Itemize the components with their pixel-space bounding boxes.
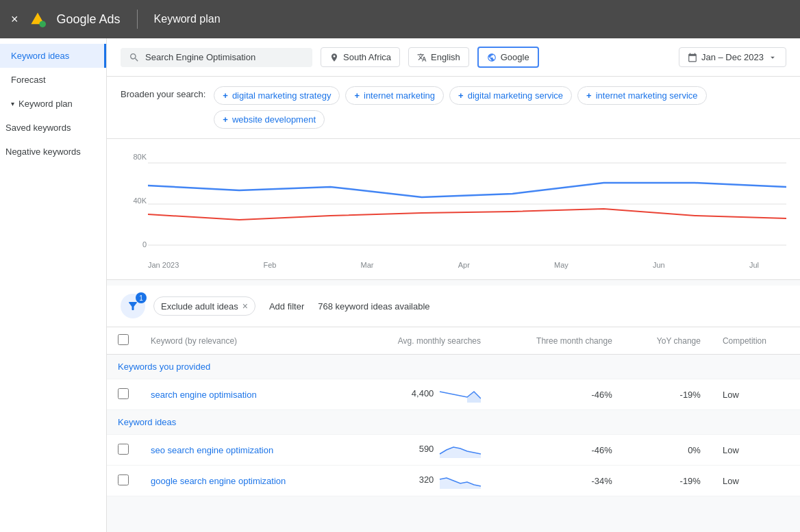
plus-icon: +: [223, 114, 228, 125]
table-header-row: Keyword (by relevance) Avg. monthly sear…: [107, 327, 800, 355]
keyword-link[interactable]: google search engine optimization: [151, 476, 286, 486]
x-label-jul: Jul: [749, 261, 759, 269]
page-title: Keyword plan: [154, 13, 221, 25]
broaden-chip-2[interactable]: + digital marketing service: [449, 86, 572, 105]
broaden-chip-0[interactable]: + digital marketing strategy: [214, 86, 340, 105]
search-input[interactable]: [145, 52, 296, 62]
yoy-column-header[interactable]: YoY change: [623, 327, 712, 355]
y-label-40k: 40K: [121, 197, 147, 205]
sidebar-item-forecast[interactable]: Forecast: [0, 68, 106, 92]
plus-icon: +: [354, 90, 360, 101]
three-month-cell: -34%: [492, 466, 623, 496]
broaden-chip-4[interactable]: + website development: [214, 110, 325, 129]
chevron-down-icon: ▾: [11, 100, 14, 107]
keyword-column-header[interactable]: Keyword (by relevance): [140, 327, 351, 355]
x-label-may: May: [554, 261, 568, 269]
x-label-mar: Mar: [361, 261, 374, 269]
sidebar-item-label: Keyword plan: [18, 99, 73, 109]
sidebar-item-negative-keywords[interactable]: Negative keywords: [0, 140, 106, 164]
keyword-link[interactable]: search engine optimisation: [151, 390, 257, 400]
location-label: South Africa: [343, 52, 391, 62]
broaden-chip-1[interactable]: + internet marketing: [345, 86, 444, 105]
app-header: × Google Ads Keyword plan: [0, 0, 800, 38]
add-filter-button[interactable]: Add filter: [264, 298, 310, 315]
avg-monthly-cell: 320: [351, 466, 492, 496]
section-header-provided: Keywords you provided: [107, 355, 800, 379]
keyword-cell: seo search engine optimization: [140, 435, 351, 466]
sidebar: Keyword ideas Forecast ▾ Keyword plan Sa…: [0, 38, 107, 532]
select-all-header[interactable]: [107, 327, 140, 355]
plus-icon: +: [586, 90, 592, 101]
row-checkbox-cell[interactable]: [107, 466, 140, 496]
x-label-apr: Apr: [458, 261, 470, 269]
sidebar-item-saved-keywords[interactable]: Saved keywords: [0, 116, 106, 140]
competition-column-header[interactable]: Competition: [712, 327, 800, 355]
section-header-ideas: Keyword ideas: [107, 410, 800, 435]
header-divider: [137, 10, 138, 29]
broaden-chips: + digital marketing strategy + internet …: [214, 86, 786, 129]
table-area: 1 Exclude adult ideas × Add filter 768 k…: [107, 286, 800, 496]
search-box: [121, 48, 312, 67]
location-filter[interactable]: South Africa: [321, 47, 400, 67]
main-content: South Africa English Google Jan – Dec 20…: [107, 38, 800, 532]
plus-icon: +: [458, 90, 464, 101]
location-icon: [329, 53, 339, 62]
language-label: English: [431, 52, 460, 62]
section-label: Keywords you provided: [107, 355, 800, 379]
trend-chart: [148, 153, 786, 259]
network-label: Google: [501, 52, 529, 62]
chip-label: digital marketing service: [468, 90, 563, 101]
competition-cell: Low: [712, 466, 800, 496]
network-filter[interactable]: Google: [477, 47, 539, 68]
broaden-chip-3[interactable]: + internet marketing service: [577, 86, 706, 105]
competition-cell: Low: [712, 435, 800, 466]
x-label-jun: Jun: [653, 261, 665, 269]
row-checkbox-cell[interactable]: [107, 379, 140, 410]
chip-label: internet marketing service: [596, 90, 698, 101]
row-checkbox[interactable]: [118, 474, 129, 485]
table-row: search engine optimisation 4,400 -46% -1…: [107, 379, 800, 410]
sidebar-item-label: Keyword ideas: [11, 51, 69, 61]
sparkline-chart: [436, 386, 481, 403]
x-label-feb: Feb: [263, 261, 276, 269]
search-icon: [129, 52, 140, 63]
row-checkbox[interactable]: [118, 444, 129, 455]
table-toolbar: 1 Exclude adult ideas × Add filter 768 k…: [107, 286, 800, 327]
select-all-checkbox[interactable]: [118, 334, 129, 345]
remove-filter-button[interactable]: ×: [242, 301, 248, 312]
broaden-section: Broaden your search: + digital marketing…: [107, 77, 800, 139]
plus-icon: +: [223, 90, 228, 101]
keyword-link[interactable]: seo search engine optimization: [151, 445, 273, 455]
avg-monthly-cell: 4,400: [351, 379, 492, 410]
y-axis-labels: 80K 40K 0: [121, 153, 147, 249]
date-filter[interactable]: Jan – Dec 2023: [679, 47, 786, 67]
x-label-jan: Jan 2023: [148, 261, 179, 269]
sidebar-item-keyword-plan[interactable]: ▾ Keyword plan: [0, 92, 106, 116]
keyword-cell: google search engine optimization: [140, 466, 351, 496]
row-checkbox[interactable]: [118, 388, 129, 399]
sidebar-item-keyword-ideas[interactable]: Keyword ideas: [0, 44, 106, 68]
exclude-chip[interactable]: Exclude adult ideas ×: [153, 296, 255, 316]
table-row: seo search engine optimization 590 -46% …: [107, 435, 800, 466]
row-checkbox-cell[interactable]: [107, 435, 140, 466]
keyword-cell: search engine optimisation: [140, 379, 351, 410]
avg-monthly-column-header[interactable]: Avg. monthly searches: [351, 327, 492, 355]
section-label: Keyword ideas: [107, 410, 800, 435]
chart-area: 80K 40K 0 Jan 2023 Feb Mar: [107, 139, 800, 280]
keywords-table: Keyword (by relevance) Avg. monthly sear…: [107, 327, 800, 496]
results-count: 768 keyword ideas available: [318, 301, 429, 312]
close-button[interactable]: ×: [11, 12, 18, 27]
filter-badge: 1: [136, 292, 147, 303]
y-label-0: 0: [121, 240, 147, 249]
sidebar-item-label: Saved keywords: [5, 123, 71, 133]
three-month-column-header[interactable]: Three month change: [492, 327, 623, 355]
filter-icon-container: 1: [121, 294, 145, 318]
translate-icon: [417, 53, 427, 62]
sparkline-chart: [436, 472, 481, 489]
yoy-cell: 0%: [623, 435, 712, 466]
language-filter[interactable]: English: [408, 47, 469, 67]
chevron-down-icon: [768, 53, 777, 62]
google-ads-logo: [29, 11, 46, 27]
date-label: Jan – Dec 2023: [701, 52, 764, 62]
app-name: Google Ads: [57, 12, 121, 27]
